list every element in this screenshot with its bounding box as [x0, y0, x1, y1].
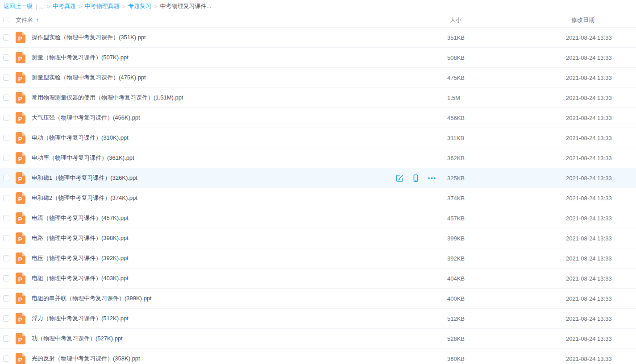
breadcrumb-link-zhuanti-fuxi[interactable]: 专题复习: [128, 2, 151, 10]
file-name-link[interactable]: 电功率（物理中考复习课件）(361K).ppt: [32, 154, 134, 162]
file-name-link[interactable]: 测量型实验（物理中考复习课件）(475K).ppt: [32, 74, 146, 82]
file-name-link[interactable]: 测量（物理中考复习课件）(507K).ppt: [32, 54, 129, 62]
ppt-file-icon: P: [16, 92, 25, 103]
file-size: 351KB: [447, 34, 465, 41]
sort-ascending-icon[interactable]: ↑: [36, 17, 39, 24]
table-row[interactable]: P 电功率（物理中考复习课件）(361K).ppt: [0, 148, 636, 168]
ppt-file-icon: P: [16, 172, 25, 184]
file-name-link[interactable]: 常用物理测量仪器的使用（物理中考复习课件）(1.51M).ppt: [32, 94, 183, 102]
column-header-filename-label: 文件名: [16, 16, 33, 24]
table-row[interactable]: P 电阻（物理中考复习课件）(403K).ppt: [0, 269, 636, 289]
ppt-file-icon-letter: P: [16, 134, 25, 144]
row-checkbox[interactable]: [3, 34, 9, 41]
row-checkbox[interactable]: [3, 155, 9, 161]
table-row[interactable]: P 电压（物理中考复习课件）(392K).ppt: [0, 248, 636, 269]
table-row[interactable]: P 电功（物理中考复习课件）(310K).ppt: [0, 128, 636, 148]
file-manager-page: 返回上一级 | ... > 中考真题 > 中考物理真题 > 专题复习 > 中考物…: [0, 0, 636, 364]
ppt-file-icon: P: [16, 32, 25, 43]
table-row[interactable]: P 浮力（物理中考复习课件）(512K).ppt: [0, 309, 636, 329]
column-header-date[interactable]: 修改日期: [571, 16, 594, 24]
ppt-file-icon: P: [16, 353, 25, 364]
rename-icon[interactable]: [395, 174, 404, 182]
file-name-link[interactable]: 电路（物理中考复习课件）(398K).ppt: [32, 234, 129, 242]
more-actions-icon[interactable]: [428, 174, 436, 182]
file-size: 399KB: [447, 235, 465, 242]
file-name-link[interactable]: 浮力（物理中考复习课件）(512K).ppt: [32, 314, 129, 323]
file-size: 362KB: [447, 155, 465, 161]
file-date: 2021-08-24 13:33: [566, 335, 612, 342]
breadcrumb-link-zhongkao-zhenti[interactable]: 中考真题: [53, 2, 76, 10]
breadcrumb-separator: >: [46, 3, 50, 10]
row-checkbox[interactable]: [3, 235, 9, 241]
table-row[interactable]: P 测量型实验（物理中考复习课件）(475K).ppt: [0, 68, 636, 88]
ppt-file-icon-letter: P: [16, 355, 25, 364]
file-size: 360KB: [447, 356, 465, 362]
row-checkbox[interactable]: [3, 295, 9, 302]
breadcrumb-ellipsis[interactable]: ...: [39, 3, 44, 10]
file-name-link[interactable]: 电压（物理中考复习课件）(392K).ppt: [32, 254, 129, 262]
row-checkbox[interactable]: [3, 315, 9, 322]
ppt-file-icon: P: [16, 313, 25, 324]
send-to-phone-icon[interactable]: [412, 174, 420, 182]
table-row[interactable]: P 光的反射（物理中考复习课件）(358K).ppt: [0, 349, 636, 364]
breadcrumb-link-wuli-zhenti[interactable]: 中考物理真题: [84, 2, 119, 10]
file-name-link[interactable]: 功（物理中考复习课件）(527K).ppt: [32, 335, 123, 343]
file-name-link[interactable]: 电阻的串并联（物理中考复习课件）(399K).ppt: [32, 294, 152, 302]
ppt-file-icon: P: [16, 152, 25, 164]
row-checkbox[interactable]: [3, 195, 9, 201]
file-date: 2021-08-24 13:33: [566, 295, 612, 302]
table-row[interactable]: P 电和磁1（物理中考复习课件）(326K).ppt: [0, 168, 636, 188]
file-date: 2021-08-24 13:33: [566, 54, 612, 61]
table-row[interactable]: P 测量（物理中考复习课件）(507K).ppt: [0, 48, 636, 68]
row-checkbox[interactable]: [3, 95, 9, 101]
file-size: 475KB: [447, 74, 465, 81]
row-checkbox[interactable]: [3, 275, 9, 281]
table-row[interactable]: P 电流（物理中考复习课件）(457K).ppt: [0, 208, 636, 228]
row-checkbox[interactable]: [3, 115, 9, 121]
select-all-checkbox[interactable]: [3, 17, 9, 23]
row-checkbox[interactable]: [3, 356, 9, 362]
table-row[interactable]: P 电阻的串并联（物理中考复习课件）(399K).ppt: [0, 289, 636, 309]
table-row[interactable]: P 电和磁2（物理中考复习课件）(374K).ppt: [0, 188, 636, 208]
ppt-file-icon-letter: P: [16, 294, 25, 304]
table-row[interactable]: P 大气压强（物理中考复习课件）(456K).ppt: [0, 108, 636, 128]
file-name-link[interactable]: 电流（物理中考复习课件）(457K).ppt: [32, 214, 129, 222]
row-checkbox[interactable]: [3, 135, 9, 141]
breadcrumb-back-link[interactable]: 返回上一级: [4, 2, 33, 10]
file-date: 2021-08-24 13:33: [566, 315, 612, 322]
table-row[interactable]: P 电路（物理中考复习课件）(398K).ppt: [0, 228, 636, 248]
file-name-link[interactable]: 操作型实验（物理中考复习课件）(351K).ppt: [32, 33, 146, 41]
file-date: 2021-08-24 13:33: [566, 195, 612, 202]
file-name-link[interactable]: 电和磁1（物理中考复习课件）(326K).ppt: [32, 174, 137, 182]
row-checkbox[interactable]: [3, 255, 9, 261]
file-list: P 操作型实验（物理中考复习课件）(351K).ppt: [0, 28, 636, 364]
breadcrumb-separator: >: [154, 3, 158, 10]
file-name-link[interactable]: 电功（物理中考复习课件）(310K).ppt: [32, 134, 129, 142]
file-name-link[interactable]: 大气压强（物理中考复习课件）(456K).ppt: [32, 114, 140, 122]
ppt-file-icon: P: [16, 212, 25, 224]
ppt-file-icon: P: [16, 72, 25, 83]
file-name-link[interactable]: 电阻（物理中考复习课件）(403K).ppt: [32, 274, 129, 282]
row-checkbox[interactable]: [3, 215, 9, 221]
file-date: 2021-08-24 13:33: [566, 95, 612, 101]
file-date: 2021-08-24 13:33: [566, 356, 612, 362]
file-size: 457KB: [447, 215, 465, 222]
row-checkbox[interactable]: [3, 74, 9, 81]
file-name-link[interactable]: 光的反射（物理中考复习课件）(358K).ppt: [32, 355, 140, 363]
row-checkbox[interactable]: [3, 175, 9, 181]
row-checkbox[interactable]: [3, 335, 9, 342]
table-row[interactable]: P 操作型实验（物理中考复习课件）(351K).ppt: [0, 28, 636, 48]
ppt-file-icon-letter: P: [16, 174, 25, 184]
row-checkbox[interactable]: [3, 54, 9, 61]
column-header-size[interactable]: 大小: [450, 16, 461, 24]
breadcrumb-separator: >: [79, 3, 82, 10]
file-size: 1.5M: [447, 95, 460, 101]
ppt-file-icon-letter: P: [16, 274, 25, 284]
column-header-filename[interactable]: 文件名 ↑: [16, 16, 39, 24]
file-name-link[interactable]: 电和磁2（物理中考复习课件）(374K).ppt: [32, 194, 137, 202]
ppt-file-icon: P: [16, 132, 25, 144]
file-size: 400KB: [447, 295, 465, 302]
ppt-file-icon: P: [16, 293, 25, 304]
table-row[interactable]: P 常用物理测量仪器的使用（物理中考复习课件）(1.51M).ppt: [0, 88, 636, 108]
table-row[interactable]: P 功（物理中考复习课件）(527K).ppt: [0, 329, 636, 349]
